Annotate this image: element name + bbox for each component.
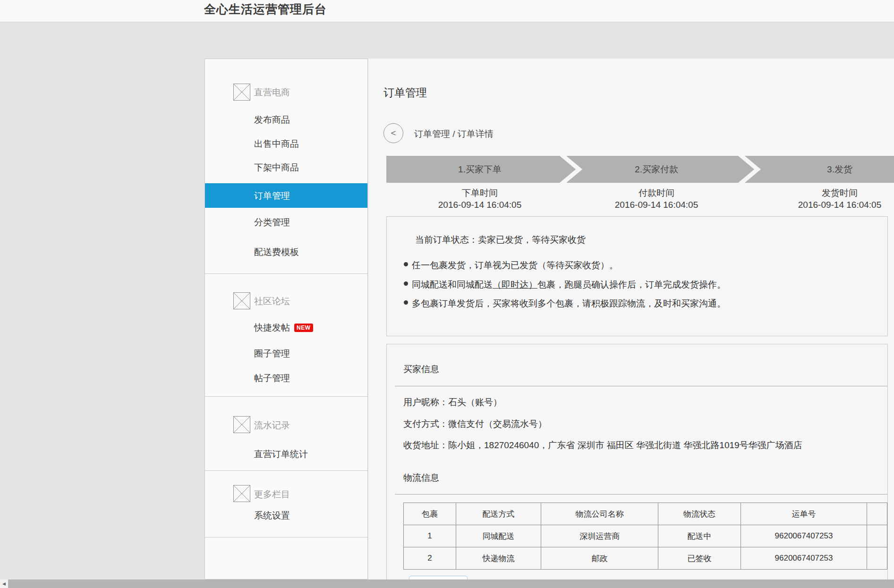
cell-company: 深圳运营商 [541,525,658,547]
page-title: 订单管理 [383,85,427,100]
step-3-time-block: 发货时间 2016-09-14 16:04:05 [769,187,894,211]
status-note-1: 任一包裹发货，订单视为已发货（等待买家收货）。 [404,259,618,272]
sidebar-item-circle-management[interactable]: 圈子管理 [254,348,290,360]
section-direct-ecommerce-icon [233,84,250,101]
order-time-label: 下单时间 [409,187,551,199]
cell-waybill: 9620067407253 [741,547,867,570]
cell-status: 已签收 [658,547,741,570]
sidebar-divider [205,396,367,397]
sidebar-section-transaction-records[interactable]: 流水记录 [254,419,290,432]
status-note-2-pre: 同城配送和同城配送 [412,280,493,290]
sidebar-divider [205,537,367,537]
sidebar-section-community-forum[interactable]: 社区论坛 [254,295,290,307]
order-time-value: 2016-09-14 16:04:05 [409,199,551,211]
sidebar-divider [205,470,367,471]
col-package: 包裹 [404,503,456,525]
sidebar-section-more-columns[interactable]: 更多栏目 [254,488,290,501]
bullet-icon [404,300,408,305]
shipping-address: 收货地址：陈小姐，18270246040，广东省 深圳市 福田区 华强北街道 华… [403,439,802,452]
col-logistics-status: 物流状态 [658,503,741,525]
status-note-3: 多包裹订单发货后，买家将收到多个包裹，请积极跟踪物流，及时和买家沟通。 [404,298,726,310]
order-status-box: 当前订单状态：卖家已发货，等待买家收货 任一包裹发货，订单视为已发货（等待买家收… [386,216,888,336]
new-badge: NEW [294,324,313,332]
bullet-icon [404,281,408,286]
sidebar-item-category-management[interactable]: 分类管理 [254,216,290,229]
section-transaction-records-icon [233,416,250,433]
cell-company: 邮政 [541,547,658,570]
cell-method: 同城配送 [456,525,541,547]
section-rule [395,386,887,386]
sidebar-divider [205,273,367,274]
buyer-info-title: 买家信息 [403,363,439,375]
sidebar-item-post-management[interactable]: 帖子管理 [254,372,290,384]
sidebar-item-direct-order-stats[interactable]: 直营订单统计 [254,448,308,460]
col-waybill-number: 运单号 [741,503,867,525]
sidebar-item-quick-post[interactable]: 快捷发帖NEW [254,322,313,334]
sidebar-item-order-management-selected[interactable]: 订单管理 [205,183,367,208]
sidebar-section-direct-ecommerce[interactable]: 直营电商 [254,86,290,99]
back-button[interactable]: < [383,123,403,143]
step-1-time-block: 下单时间 2016-09-14 16:04:05 [409,187,551,211]
ship-time-label: 发货时间 [769,187,894,199]
logistics-info-title: 物流信息 [403,472,439,484]
buyer-nickname: 用户昵称：石头（账号） [403,396,502,409]
table-header-row: 包裹 配送方式 物流公司名称 物流状态 运单号 [404,503,887,525]
cell-package: 1 [404,525,456,547]
status-note-2: 同城配送和同城配送（即时达）包裹，跑腿员确认操作后，订单完成发货操作。 [404,279,726,291]
chevron-separator-icon [738,156,761,183]
scrollbar-thumb[interactable] [8,579,894,588]
scroll-left-arrow-icon[interactable]: ◀ [0,579,8,588]
logistics-table: 包裹 配送方式 物流公司名称 物流状态 运单号 1 同城配送 深圳运营商 配送中… [403,503,887,570]
app-title: 全心生活运营管理后台 [204,1,327,17]
breadcrumb[interactable]: 订单管理 / 订单详情 [414,128,494,140]
step-2-time-block: 付款时间 2016-09-14 16:04:05 [586,187,727,211]
status-note-2-underlined: （即时达） [493,280,537,290]
cell-cutoff [867,525,887,547]
sidebar-item-on-sale-products[interactable]: 出售中商品 [254,138,299,150]
table-row: 1 同城配送 深圳运营商 配送中 9620067407253 [404,525,887,547]
step-3-ship: 3.发货 [788,156,892,183]
horizontal-scrollbar[interactable]: ◀ [0,579,894,588]
payment-method: 支付方式：微信支付（交易流水号） [403,418,547,430]
sidebar-item-off-shelf-products[interactable]: 下架中商品 [254,162,299,174]
status-note-1-text: 任一包裹发货，订单视为已发货（等待买家收货）。 [412,260,618,270]
sidebar-nav: 直营电商 发布商品 出售中商品 下架中商品 订单管理 分类管理 配送费模板 社区… [204,59,368,579]
col-logistics-company: 物流公司名称 [541,503,658,525]
top-header-bar: 全心生活运营管理后台 [0,0,894,22]
quick-post-label: 快捷发帖 [254,323,290,332]
col-delivery-method: 配送方式 [456,503,541,525]
section-community-forum-icon [233,292,250,309]
order-progress-bar: 1.买家下单 2.买家付款 3.发货 [386,156,894,183]
bullet-icon [404,262,408,266]
section-rule [395,494,887,494]
sidebar-item-delivery-fee-template[interactable]: 配送费模板 [254,246,299,258]
col-cutoff [867,503,887,525]
payment-time-value: 2016-09-14 16:04:05 [586,199,727,211]
sidebar-item-order-management-label: 订单管理 [254,190,290,202]
current-order-status: 当前订单状态：卖家已发货，等待买家收货 [415,234,586,246]
cell-package: 2 [404,547,456,570]
section-more-columns-icon [233,485,250,502]
payment-time-label: 付款时间 [586,187,727,199]
sidebar-item-publish-product[interactable]: 发布商品 [254,114,290,126]
sidebar-item-system-settings[interactable]: 系统设置 [254,510,290,522]
back-arrow-icon: < [391,128,396,138]
cell-method: 快递物流 [456,547,541,570]
step-2-buyer-payment: 2.买家付款 [605,156,708,183]
cell-waybill: 9620067407253 [741,525,867,547]
buyer-info-box: 买家信息 用户昵称：石头（账号） 支付方式：微信支付（交易流水号） 收货地址：陈… [386,344,888,588]
status-note-2-post: 包裹，跑腿员确认操作后，订单完成发货操作。 [537,280,726,290]
status-note-3-text: 多包裹订单发货后，买家将收到多个包裹，请积极跟踪物流，及时和买家沟通。 [412,298,726,308]
step-1-buyer-order: 1.买家下单 [428,156,532,183]
cell-cutoff [867,547,887,570]
cell-status: 配送中 [658,525,741,547]
chevron-separator-icon [560,156,582,183]
table-row: 2 快递物流 邮政 已签收 9620067407253 [404,547,887,570]
ship-time-value: 2016-09-14 16:04:05 [769,199,894,211]
admin-backend-window: 全心生活运营管理后台 直营电商 发布商品 出售中商品 下架中商品 订单管理 分类… [0,0,894,588]
